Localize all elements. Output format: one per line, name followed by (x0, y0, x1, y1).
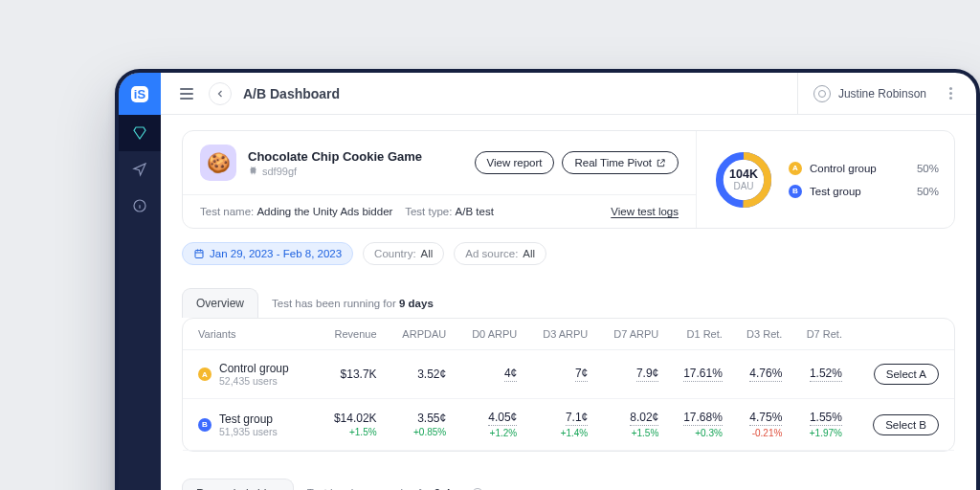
test-name-label: Test name: (200, 206, 254, 217)
view-test-logs-link[interactable]: View test logs (611, 206, 679, 217)
content: 🍪 Chocolate Chip Cookie Game sdf99gf Vie… (161, 115, 976, 490)
info-icon (132, 198, 147, 213)
back-button[interactable] (209, 82, 232, 105)
summary-card: 🍪 Chocolate Chip Cookie Game sdf99gf Vie… (182, 130, 955, 229)
select-button[interactable]: Select B (873, 414, 939, 435)
test-type: A/B test (456, 206, 494, 217)
page-title: A/B Dashboard (243, 86, 340, 101)
view-report-button[interactable]: View report (475, 151, 555, 174)
app-window: iS A/B Dashboard Justine Robinson (115, 69, 980, 490)
rewarded-section: Rewarded video Test has been running for… (182, 469, 955, 490)
hamburger-icon (180, 88, 193, 100)
arrow-left-icon (214, 88, 226, 100)
dau-value: 104K (729, 167, 758, 181)
main: A/B Dashboard Justine Robinson 🍪 Chocola… (161, 73, 976, 490)
tab-rewarded[interactable]: Rewarded video (182, 479, 294, 490)
app-id: sdf99gf (262, 166, 297, 177)
test-type-label: Test type: (405, 206, 452, 217)
send-icon (132, 162, 147, 177)
dot-a-icon: A (789, 162, 802, 175)
topbar: A/B Dashboard Justine Robinson (161, 73, 976, 115)
legend-a: A Control group 50% (789, 157, 939, 180)
country-filter[interactable]: Country: All (363, 242, 444, 265)
menu-button[interactable] (176, 83, 197, 104)
sidebar: iS (119, 73, 161, 490)
app-name: Chocolate Chip Cookie Game (248, 149, 422, 164)
brand-logo[interactable]: iS (119, 73, 161, 115)
svg-rect-3 (195, 251, 203, 258)
kebab-icon (949, 87, 952, 100)
dot-b-icon: B (789, 185, 802, 198)
external-link-icon (656, 158, 666, 168)
sidebar-item-diamond[interactable] (119, 115, 161, 151)
variant-dot-icon: B (198, 418, 212, 432)
variant-dot-icon: A (198, 368, 212, 381)
legend-b: B Test group 50% (789, 180, 939, 203)
filters: Jan 29, 2023 - Feb 8, 2023 Country: All … (182, 242, 955, 265)
calendar-icon (193, 248, 205, 259)
table-row: AControl group52,435 users$13.7K3.52¢4¢7… (183, 350, 954, 399)
app-icon: 🍪 (200, 145, 236, 181)
tab-overview[interactable]: Overview (182, 288, 258, 318)
android-icon (248, 166, 258, 176)
more-button[interactable] (940, 83, 961, 104)
real-time-pivot-button[interactable]: Real Time Pivot (562, 151, 679, 174)
dau-label: DAU (733, 181, 753, 191)
user-name: Justine Robinson (838, 87, 926, 100)
dau-donut: 104K DAU (712, 148, 775, 212)
avatar-icon (813, 85, 831, 102)
sidebar-item-send[interactable] (119, 151, 161, 188)
sidebar-item-info[interactable] (119, 188, 161, 224)
overview-running: Test has been running for 9 days (272, 298, 434, 309)
test-name: Adding the Unity Ads bidder (256, 206, 392, 217)
legend: A Control group 50% B Test group 50% (789, 157, 939, 203)
overview-section: Overview Test has been running for 9 day… (182, 278, 955, 452)
source-filter[interactable]: Ad source: All (454, 242, 546, 265)
user-menu[interactable]: Justine Robinson (813, 85, 926, 102)
diamond-icon (132, 125, 147, 141)
overview-table: VariantsRevenueARPDAUD0 ARPUD3 ARPUD7 AR… (183, 319, 954, 451)
select-button[interactable]: Select A (874, 364, 939, 385)
table-row: BTest group51,935 users$14.02K+1.5%3.55¢… (183, 399, 954, 451)
date-filter[interactable]: Jan 29, 2023 - Feb 8, 2023 (182, 242, 353, 265)
